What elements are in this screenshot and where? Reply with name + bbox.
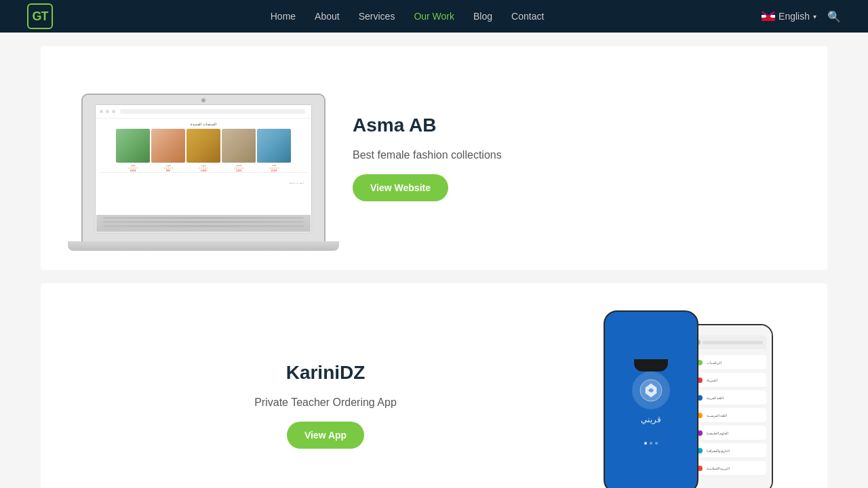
list-item-7: التربية الإسلامية bbox=[692, 461, 766, 476]
screen-footer: أضف إلى السلة bbox=[99, 172, 308, 192]
nav-item-ourwork[interactable]: Our Work bbox=[414, 10, 454, 22]
product-img-4 bbox=[151, 129, 185, 163]
screen-inner: المنتجات الجديدة عباية ★★★★★ 2,500 bbox=[96, 105, 311, 232]
karini-title: KariniDZ bbox=[286, 362, 366, 384]
nav-link-services[interactable]: Services bbox=[359, 11, 395, 22]
nav-link-ourwork[interactable]: Our Work bbox=[414, 11, 454, 22]
logo-box: GT bbox=[27, 3, 53, 29]
product-item-5: طقم ★★★★★ 4,500 bbox=[116, 129, 150, 172]
product-price-3: 1,800 bbox=[201, 169, 207, 172]
logo[interactable]: GT bbox=[27, 3, 53, 29]
language-label: English bbox=[778, 11, 810, 22]
laptop-base bbox=[68, 241, 339, 251]
phone-front-screen: قريني bbox=[605, 312, 697, 488]
list-text-6: التاريخ والجغرافيا bbox=[707, 449, 730, 453]
app-name-arabic: قريني bbox=[641, 415, 661, 424]
laptop-camera bbox=[201, 98, 205, 102]
nav-link-about[interactable]: About bbox=[315, 11, 340, 22]
phone-notch bbox=[634, 359, 668, 371]
phone-back-screen: الرياضيات الفيزياء اللغة العربية اللغة ا… bbox=[686, 325, 772, 488]
phone-dot-active bbox=[644, 442, 647, 445]
app-logo-svg bbox=[639, 378, 663, 403]
karini-info: KariniDZ Private Teacher Ordering App Vi… bbox=[81, 362, 570, 449]
navbar: GT Home About Services Our Work Blog Con… bbox=[0, 0, 868, 33]
asma-description: Best female fashion collections bbox=[353, 147, 787, 163]
footer-text-1: أضف إلى السلة bbox=[289, 182, 304, 184]
nav-item-home[interactable]: Home bbox=[271, 10, 296, 22]
laptop-wrapper: المنتجات الجديدة عباية ★★★★★ 2,500 bbox=[81, 73, 326, 243]
page-wrapper: المنتجات الجديدة عباية ★★★★★ 2,500 bbox=[0, 33, 868, 488]
search-icon[interactable]: 🔍 bbox=[827, 10, 841, 23]
screen-page-title: المنتجات الجديدة bbox=[99, 122, 308, 126]
nav-link-home[interactable]: Home bbox=[271, 11, 296, 22]
list-item-1: الرياضيات bbox=[692, 355, 766, 370]
list-item-4: اللغة الفرنسية bbox=[692, 408, 766, 423]
view-website-button[interactable]: View Website bbox=[353, 174, 448, 201]
screen-dot-1 bbox=[100, 110, 103, 113]
view-app-button[interactable]: View App bbox=[287, 422, 364, 449]
product-img-5 bbox=[116, 129, 150, 163]
phone-indicator-dots bbox=[644, 442, 658, 445]
phone-dot-3 bbox=[655, 442, 658, 445]
screen-url-bar bbox=[120, 109, 305, 114]
laptop-mockup: المنتجات الجديدة عباية ★★★★★ 2,500 bbox=[81, 73, 326, 243]
product-item-1: عباية ★★★★★ 2,500 bbox=[257, 129, 291, 172]
app-logo-circle bbox=[632, 371, 670, 409]
nav-link-contact[interactable]: Contact bbox=[511, 11, 544, 22]
list-text-7: التربية الإسلامية bbox=[707, 466, 730, 470]
keyboard-row-2 bbox=[103, 221, 304, 223]
laptop-body: المنتجات الجديدة عباية ★★★★★ 2,500 bbox=[81, 94, 326, 243]
nav-link-blog[interactable]: Blog bbox=[473, 11, 492, 22]
list-text-2: الفيزياء bbox=[707, 378, 717, 382]
phone-dot-2 bbox=[650, 442, 652, 445]
phone-back-topbar bbox=[692, 336, 766, 349]
language-selector[interactable]: English ▾ bbox=[762, 11, 816, 22]
asma-title: Asma AB bbox=[353, 115, 787, 136]
list-text-1: الرياضيات bbox=[707, 361, 722, 365]
list-text-5: العلوم الطبيعية bbox=[707, 431, 728, 435]
project-card-asma: المنتجات الجديدة عباية ★★★★★ 2,500 bbox=[41, 46, 827, 270]
nav-right: English ▾ 🔍 bbox=[762, 10, 841, 23]
screen-dot-2 bbox=[106, 110, 109, 113]
product-price-4: 900 bbox=[166, 169, 170, 172]
product-item-3: تنورة ★★★★★ 1,800 bbox=[186, 129, 220, 172]
list-item-6: التاريخ والجغرافيا bbox=[692, 443, 766, 458]
screen-header bbox=[96, 105, 311, 119]
list-text-3: اللغة العربية bbox=[707, 396, 724, 400]
product-item-2: فستان ★★★★★ 3,200 bbox=[222, 129, 256, 172]
list-item-3: اللغة العربية bbox=[692, 390, 766, 405]
flag-icon bbox=[762, 12, 775, 21]
topbar-bar bbox=[703, 341, 763, 344]
list-item-5: العلوم الطبيعية bbox=[692, 426, 766, 441]
nav-item-blog[interactable]: Blog bbox=[473, 10, 492, 22]
laptop-keyboard bbox=[96, 215, 311, 232]
product-price-2: 3,200 bbox=[236, 169, 242, 172]
product-img-3 bbox=[186, 129, 220, 163]
logo-text: GT bbox=[33, 9, 48, 24]
keyboard-row-1 bbox=[103, 217, 304, 219]
product-item-4: بلوزة ★★★★★ 900 bbox=[151, 129, 185, 172]
list-item-2: الفيزياء bbox=[692, 373, 766, 388]
asma-info: Asma AB Best female fashion collections … bbox=[353, 115, 787, 201]
product-grid: عباية ★★★★★ 2,500 فستان ★★★★★ 3,200 bbox=[99, 129, 308, 172]
product-img-2 bbox=[222, 129, 256, 163]
nav-item-services[interactable]: Services bbox=[359, 10, 395, 22]
laptop-screen: المنتجات الجديدة عباية ★★★★★ 2,500 bbox=[95, 104, 312, 233]
nav-item-contact[interactable]: Contact bbox=[511, 10, 544, 22]
phone-mockup-container: الرياضيات الفيزياء اللغة العربية اللغة ا… bbox=[597, 310, 787, 488]
nav-item-about[interactable]: About bbox=[315, 10, 340, 22]
product-price-1: 2,500 bbox=[271, 169, 277, 172]
product-img-1 bbox=[257, 129, 291, 163]
project-card-karini: KariniDZ Private Teacher Ordering App Vi… bbox=[41, 283, 827, 488]
product-price-5: 4,500 bbox=[130, 169, 136, 172]
screen-dot-3 bbox=[112, 110, 115, 113]
list-text-4: اللغة الفرنسية bbox=[707, 413, 727, 418]
nav-links: Home About Services Our Work Blog Contac… bbox=[271, 10, 545, 22]
karini-description: Private Teacher Ordering App bbox=[254, 394, 397, 411]
phone-front: قريني bbox=[604, 310, 698, 488]
chevron-down-icon: ▾ bbox=[813, 13, 816, 20]
keyboard-row-3 bbox=[103, 225, 304, 227]
